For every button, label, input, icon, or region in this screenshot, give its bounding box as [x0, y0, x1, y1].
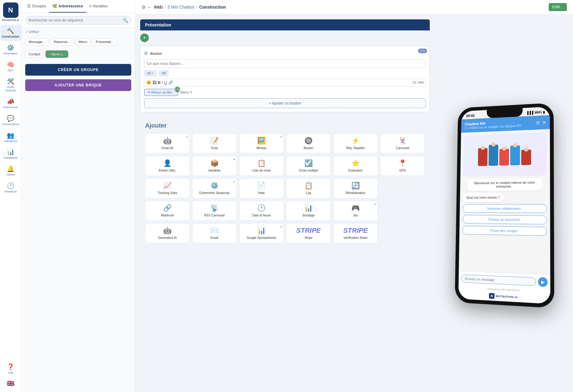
presentation-card: 0 % ≡ Bouton AB + AB 😊 🖼 B I U 🔗 [140, 46, 430, 112]
ajouter-texte[interactable]: 📝 Texte [192, 133, 237, 153]
sondage-label: Sondage [302, 214, 314, 217]
ajouter-grid-4: 🔗 Webhook 📡 RSS Carrousel 🕐 Date et heur… [145, 201, 425, 221]
bold-tool[interactable]: B [158, 80, 160, 85]
webhook-icon: 🔗 [163, 204, 172, 212]
char-count: 23 / 640 [413, 81, 424, 84]
expand-icon[interactable]: ⊡ [536, 120, 540, 125]
ajouter-sondage[interactable]: 📊 Sondage [286, 201, 331, 221]
underline-tool[interactable]: U [164, 80, 167, 85]
block-btn-contact[interactable]: Contact [25, 50, 44, 58]
create-group-button[interactable]: CRÉER UN GROUPE [25, 64, 131, 76]
ajouter-log[interactable]: 📋 Log [286, 178, 331, 198]
sidebar-item-historique[interactable]: 🕐 Historique [0, 180, 21, 196]
top-bar: ⚙ ← Web / 5 Min Chatbot / Construction E… [135, 0, 573, 14]
ajouter-carrousel[interactable]: 🃏 Carrousel [380, 133, 425, 153]
image-tool[interactable]: 🖼 [152, 80, 156, 85]
sidebar-item-parametres[interactable]: ⚙️ Paramètres [0, 42, 21, 58]
tab-groupes[interactable]: ☰ Groupes [24, 0, 49, 13]
sidebar-item-utilisateurs[interactable]: 👥 Utilisateurs [0, 129, 21, 145]
ajouter-note[interactable]: 📄 Note [239, 178, 284, 198]
block-btn-message[interactable]: Message... [25, 38, 49, 46]
language-selector[interactable]: 🇬🇧 [4, 377, 17, 390]
search-input[interactable] [29, 18, 123, 22]
tab-arborescence[interactable]: 🌿 Arborescence [49, 0, 86, 13]
sidebar-item-statistiques[interactable]: 📊 Statistiques [0, 146, 21, 162]
log-icon: 📋 [304, 182, 313, 190]
ajouter-liste-choix[interactable]: 📋 Liste de choix [239, 156, 284, 176]
ajouter-evenement[interactable]: + ⚙️ Evènement Javascript [192, 178, 237, 198]
sidebar-item-aide[interactable]: ❓ Aide [0, 361, 21, 377]
ajouter-bouton[interactable]: 🔘 Bouton [286, 133, 331, 153]
sidebar-item-outils[interactable]: 🛠️ Outils exclusifs [0, 75, 21, 95]
add-button-btn[interactable]: + Ajouter un bouton [144, 98, 426, 108]
send-button[interactable]: ▶ [538, 277, 548, 287]
plus-icon: + [233, 180, 235, 184]
italic-tool[interactable]: I [162, 80, 163, 85]
search-bar: 🔍 [22, 13, 135, 28]
block-btn-add[interactable]: + Ajout s... [45, 50, 68, 58]
ajouter-rss[interactable]: 📡 RSS Carrousel [192, 201, 237, 221]
chat-option-3[interactable]: Poser des congés [462, 226, 547, 236]
search-icon[interactable]: 🔍 [123, 18, 128, 23]
sidebar-item-label: Alertes [6, 173, 15, 176]
chat-option-2[interactable]: Trouver un document [463, 215, 547, 224]
rep-rapides-icon: ⚡ [351, 137, 360, 145]
sidebar-item-promouvoir[interactable]: 📣 Promouvoir [0, 95, 21, 112]
card-percentage-1: 0 % [418, 49, 427, 53]
ajouter-variables[interactable]: + 📦 Variables [192, 156, 237, 176]
phone-screen: 10:41 ▐▐▐ WiFi ▮ Chatbot RH Le chatbot [458, 107, 550, 304]
chat-container: Chatbot RH Le chatbot qui va soulager vo… [458, 115, 550, 304]
ajouter-smart-ai[interactable]: + 🤖 Smart AI [145, 133, 190, 153]
block-grid: Message... Réponse... Menu Présentati... [22, 36, 135, 48]
block-btn-menu[interactable]: Menu [75, 38, 91, 46]
sidebar-item-construction[interactable]: 🔨 Construction [0, 25, 21, 41]
block-btn-reponse[interactable]: Réponse... [50, 38, 73, 46]
gen-ai-icon: 🤖 [163, 227, 172, 235]
sidebar-item-alertes[interactable]: 🔔 Alertes [0, 163, 21, 179]
sidebar: N BOTNATION AI 🔨 Construction ⚙️ Paramèt… [0, 0, 22, 392]
card-ab-row: AB + AB [144, 70, 426, 76]
entree-label: Entrée Utilis. [159, 169, 176, 172]
tab-variables[interactable]: n Variables [86, 0, 111, 13]
ajouter-webhook[interactable]: 🔗 Webhook [145, 201, 190, 221]
log-label: Log [306, 191, 311, 195]
add-node-button[interactable]: + [140, 34, 149, 42]
sidebar-item-conversations[interactable]: 💬 Conversations [0, 112, 21, 129]
ajouter-generative-ai[interactable]: 🤖 Generative AI [145, 223, 190, 243]
add-brick-button[interactable]: AJOUTER UNE BRIQUE [25, 79, 131, 91]
sidebar-item-nlp[interactable]: 🧠 NLP [0, 58, 21, 75]
close-icon[interactable]: ✕ [542, 120, 546, 125]
chat-option-1[interactable]: Nouveau collaborateur [463, 204, 547, 213]
retour-button[interactable]: ⟳ Retour au Me... 0 % [144, 89, 178, 96]
chat-input[interactable] [461, 275, 536, 286]
ajouter-gps[interactable]: 📍 GPS [380, 156, 425, 176]
breadcrumb-chatbot[interactable]: 5 Min Chatbot [168, 5, 194, 10]
sidebar-item-label: Utilisateurs [4, 140, 18, 143]
block-btn-presentation[interactable]: Présentati... [93, 38, 117, 46]
ajouter-stripe[interactable]: STRIPE Stripe [286, 223, 331, 243]
breadcrumb-current: Construction [199, 5, 226, 10]
brand-name: BOTNATION AI [2, 19, 19, 21]
sidebar-item-label: Construction [2, 35, 19, 38]
settings-icon: ⚙️ [7, 44, 14, 51]
ajouter-evaluation[interactable]: ⭐ Evaluation [333, 156, 378, 176]
history-icon: 🕐 [7, 182, 14, 189]
back-button[interactable]: ⚙ ← [141, 4, 152, 10]
ajouter-date-heure[interactable]: 🕐 Date et heure [239, 201, 284, 221]
jeu-label: Jeu [353, 214, 358, 217]
ajouter-choix-multiple[interactable]: ☑️ Choix multiple [286, 156, 331, 176]
ajouter-reinitialisation[interactable]: 🔄 Réinitialisation [333, 178, 378, 198]
ajouter-entree-utilis[interactable]: 👤 Entrée Utilis. [145, 156, 190, 176]
ajouter-verification-stripe[interactable]: STRIPE Vérification Stripe [333, 223, 378, 243]
card-text-input[interactable] [144, 59, 426, 68]
ajouter-rep-rapides[interactable]: ⚡ Rép. Rapides [333, 133, 378, 153]
enr-button[interactable]: ENR... [549, 3, 567, 11]
presentation-header: Présentation [140, 19, 430, 30]
ajouter-jeu[interactable]: + 🎮 Jeu [333, 201, 378, 221]
ajouter-tracking[interactable]: 📈 Tracking Stats [145, 178, 190, 198]
ajouter-google-sheets[interactable]: + 📊 Google Spreadsheets [239, 223, 284, 243]
link-tool[interactable]: 🔗 [168, 80, 173, 85]
ajouter-medias[interactable]: + 🖼️ Médias [239, 133, 284, 153]
ajouter-email[interactable]: ✉️ Email [192, 223, 237, 243]
emoji-tool[interactable]: 😊 [146, 80, 151, 85]
